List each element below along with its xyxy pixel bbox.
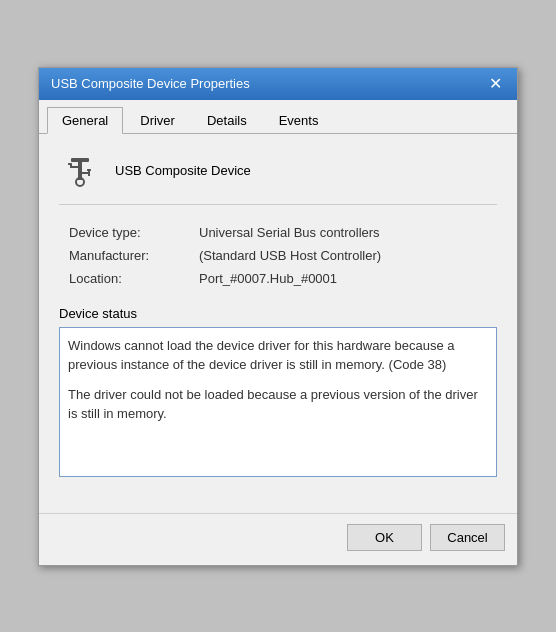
- tab-details[interactable]: Details: [192, 107, 262, 134]
- svg-rect-7: [87, 169, 91, 171]
- device-icon-container: [59, 150, 101, 192]
- device-name: USB Composite Device: [115, 163, 251, 178]
- buttons-row: OK Cancel: [39, 513, 517, 565]
- svg-rect-4: [68, 163, 72, 165]
- tab-events[interactable]: Events: [264, 107, 334, 134]
- device-status-box[interactable]: Windows cannot load the device driver fo…: [59, 327, 497, 477]
- tab-driver[interactable]: Driver: [125, 107, 190, 134]
- status-message-2: The driver could not be loaded because a…: [68, 385, 488, 424]
- prop-value-location: Port_#0007.Hub_#0001: [199, 271, 497, 286]
- prop-label-location: Location:: [69, 271, 199, 286]
- tab-content: USB Composite Device Device type: Univer…: [39, 134, 517, 513]
- prop-label-type: Device type:: [69, 225, 199, 240]
- cancel-button[interactable]: Cancel: [430, 524, 505, 551]
- window-title: USB Composite Device Properties: [51, 76, 250, 91]
- status-message-1: Windows cannot load the device driver fo…: [68, 336, 488, 375]
- ok-button[interactable]: OK: [347, 524, 422, 551]
- device-status-label: Device status: [59, 306, 497, 321]
- device-status-section: Device status Windows cannot load the de…: [59, 306, 497, 477]
- dialog-window: USB Composite Device Properties ✕ Genera…: [38, 67, 518, 566]
- prop-label-manufacturer: Manufacturer:: [69, 248, 199, 263]
- usb-icon: [61, 152, 99, 190]
- title-bar: USB Composite Device Properties ✕: [39, 68, 517, 100]
- prop-value-type: Universal Serial Bus controllers: [199, 225, 497, 240]
- device-header: USB Composite Device: [59, 150, 497, 205]
- svg-rect-0: [71, 158, 89, 162]
- properties-grid: Device type: Universal Serial Bus contro…: [59, 225, 497, 286]
- tabs-bar: General Driver Details Events: [39, 100, 517, 134]
- prop-value-manufacturer: (Standard USB Host Controller): [199, 248, 497, 263]
- close-button[interactable]: ✕: [485, 74, 505, 94]
- tab-general[interactable]: General: [47, 107, 123, 134]
